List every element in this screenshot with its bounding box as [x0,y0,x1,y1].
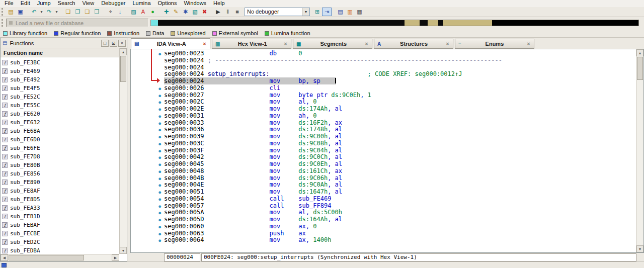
produce-file-icon[interactable]: ▧ [190,8,200,16]
function-list-item[interactable]: fsub_FED2C [1,238,119,246]
band-segment-6[interactable] [443,20,492,26]
function-list-item[interactable]: fsub_FEBAF [1,221,119,229]
menu-lumina[interactable]: Lumina [129,0,154,7]
float-button[interactable]: ⊡ [110,40,117,47]
function-list-item[interactable]: fsub_FE8D5 [1,195,119,204]
function-list-item[interactable]: fsub_FE3BC [1,58,119,67]
band-segment-0[interactable] [151,20,158,26]
disasm-line[interactable]: ●seg000:004B mov ds:9C06h, al [131,175,636,182]
watch-window-icon[interactable]: ▤ [336,8,345,16]
disasm-line[interactable]: ●seg000:005D mov ds:164Ah, al [131,216,636,223]
menu-windows[interactable]: Windows [180,0,210,7]
disasm-line[interactable]: ●seg000:002C mov al, 0 [131,99,636,106]
create-function-icon[interactable]: ✚ [162,8,171,16]
open-file-icon[interactable]: ▤ [6,8,16,16]
navigate-forward-menu-icon[interactable]: ▾ [54,8,59,16]
scrollbar-thumb[interactable] [637,57,643,80]
scroll-down-icon[interactable]: ▼ [120,247,127,254]
add-segment-icon[interactable]: ✱ [181,8,190,16]
function-list-item[interactable]: fsub_FE492 [1,75,119,84]
navigate-back-menu-icon[interactable]: ▾ [39,8,44,16]
tab-hex-view-1[interactable]: ▥Hex View-1× [212,39,291,49]
pause-process-icon[interactable]: ‖ [223,8,232,16]
cancel-analysis-icon[interactable]: ✖ [200,8,209,16]
disassembly-code[interactable]: ●seg000:0023 db 0seg000:0024 ; ---------… [131,49,636,252]
function-list-item[interactable]: fsub_FECBE [1,229,119,238]
disasm-line[interactable]: ●seg000:0064 mov ax, 1400h [131,237,636,244]
load-file-hint[interactable]: Load a new file or database [6,19,148,27]
functions-horizontal-scrollbar[interactable]: ◀ ▶ [1,254,119,261]
menu-jump[interactable]: Jump [34,0,54,7]
disasm-line[interactable]: ●seg000:0057 call sub_FF894 [131,203,636,210]
navigate-forward-icon[interactable]: ↷ [44,8,54,16]
stack-view-icon[interactable]: ▦ [355,8,364,16]
modules-window-icon[interactable]: ▥ [345,8,355,16]
search-icon[interactable]: ⌖ [106,8,115,16]
disasm-line[interactable]: ●seg000:0063 push ax [131,230,636,237]
toolbar-drag-handle[interactable] [2,8,4,16]
maximize-button[interactable]: □ [101,40,109,47]
disasm-line[interactable]: ●seg000:0027 mov byte ptr ds:9C0Eh, 1 [131,92,636,99]
band-segment-2[interactable] [405,20,420,26]
disasm-line[interactable]: ●seg000:0042 mov ds:9C0Ch, al [131,154,636,161]
band-segment-3[interactable] [420,20,428,26]
open-subviews-icon[interactable]: ❐ [73,8,83,16]
scroll-up-icon[interactable]: ▲ [636,49,643,56]
save-desktop-icon[interactable]: ❒ [92,8,102,16]
debugger-combo[interactable]: No debugger▾ [245,8,310,16]
tab-ida-view-a[interactable]: ▤IDA View-A× [131,38,210,49]
disasm-line[interactable]: ●seg000:0031 mov ah, 0 [131,113,636,120]
band-segment-1[interactable] [158,20,405,26]
scroll-left-icon[interactable]: ◀ [1,254,8,261]
disasm-line[interactable]: ●seg000:004E mov ds:9C0Ah, al [131,182,636,189]
save-database-icon[interactable]: ▣ [16,8,25,16]
scrollbar-track[interactable] [120,82,127,247]
disasm-line[interactable]: ●seg000:003C mov ds:9C08h, al [131,140,636,147]
scroll-down-icon[interactable]: ▼ [636,245,643,252]
disasm-line[interactable]: seg000:0024 [131,64,636,71]
disasm-line[interactable]: ●seg000:0026 cli [131,85,636,92]
function-list-item[interactable]: fsub_FEA33 [1,204,119,212]
disasm-line[interactable]: ●seg000:0054 call sub_FE469 [131,196,636,203]
output-window-icon[interactable] [2,263,7,267]
scrollbar-track[interactable] [636,80,643,245]
tab-enums[interactable]: ≡Enums× [455,39,534,49]
tab-close-icon[interactable]: × [525,41,532,47]
close-button[interactable]: × [118,40,126,47]
menu-debugger[interactable]: Debugger [98,0,129,7]
disasm-line[interactable]: ●seg000:0060 mov ax, 0 [131,223,636,230]
function-list-item[interactable]: fsub_FE620 [1,110,119,118]
band-segment-5[interactable] [438,20,443,26]
scrollbar-thumb[interactable] [9,255,84,260]
tab-close-icon[interactable]: × [201,41,208,47]
scroll-up-icon[interactable]: ▲ [120,48,127,55]
text-view-icon[interactable]: A [138,8,148,16]
function-list-item[interactable]: fsub_FE80B [1,161,119,169]
band-segment-7[interactable] [492,20,638,26]
edit-function-icon[interactable]: ✎ [171,8,181,16]
windows-list-icon[interactable]: ❑ [83,8,92,16]
navigate-back-icon[interactable]: ↶ [29,8,39,16]
start-process-icon[interactable]: ▶ [213,8,223,16]
jump-next-icon[interactable]: ↓ [115,8,125,16]
function-list-item[interactable]: fsub_FE469 [1,67,119,75]
menu-search[interactable]: Search [54,0,79,7]
navigation-band[interactable] [150,20,639,26]
disasm-line[interactable]: ●seg000:0051 mov ds:1647h, al [131,189,636,196]
tab-close-icon[interactable]: × [444,41,451,47]
scroll-right-icon[interactable]: ▶ [112,254,119,261]
disasm-line[interactable]: ●seg000:0036 mov ds:1748h, al [131,126,636,133]
menu-options[interactable]: Options [154,0,181,7]
function-list-item[interactable]: fsub_FE52C [1,93,119,101]
function-list-item[interactable]: fsub_FE68A [1,127,119,135]
function-list-item[interactable]: fsub_FE6D0 [1,135,119,144]
stop-process-icon[interactable]: ■ [232,8,242,16]
navband-drag-handle[interactable] [2,19,4,27]
disasm-line[interactable]: ●seg000:005A mov al, ds:5C00h [131,209,636,216]
tab-close-icon[interactable]: × [363,41,370,47]
tab-structures[interactable]: AStructures× [374,39,453,49]
disasm-line[interactable]: ●seg000:0039 mov ds:9C00h, al [131,133,636,140]
scrollbar-track[interactable] [85,254,112,261]
function-list-item[interactable]: fsub_FE632 [1,118,119,127]
function-name-column-header[interactable]: Function name [1,48,119,57]
